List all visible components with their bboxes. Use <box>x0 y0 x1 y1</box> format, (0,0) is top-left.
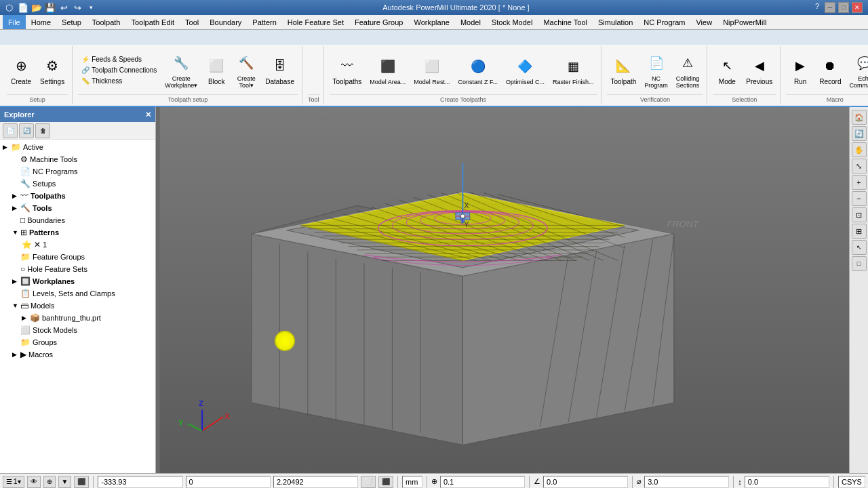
menu-toolpath-edit[interactable]: Toolpath Edit <box>125 15 180 29</box>
raster-btn[interactable]: ▦ Raster Finish... <box>549 52 597 89</box>
tree-machine-tools[interactable]: ⚙ Machine Tools <box>0 153 155 165</box>
view-icons-btn[interactable]: 👁 <box>27 476 41 488</box>
explorer-new-btn[interactable]: 📄 <box>3 123 18 138</box>
angle1-input[interactable]: 0.0 <box>547 478 625 486</box>
thickness-btn[interactable]: 📏 Thickness <box>78 76 160 86</box>
undo-button[interactable]: ↩ <box>58 1 70 14</box>
coord-mode-btn[interactable]: ⬜ <box>361 476 376 488</box>
toolpaths-btn[interactable]: 〰 Toolpaths <box>330 52 366 89</box>
tree-feature-groups[interactable]: 📁 Feature Groups <box>0 251 155 263</box>
view-wireframe-btn[interactable]: ⊡ <box>852 207 867 222</box>
tree-pattern-1[interactable]: ⭐ ✕ 1 <box>0 239 155 251</box>
z-angle-field[interactable]: 0.0 <box>745 476 829 488</box>
tree-workplanes[interactable]: ▶ 🔲 Workplanes <box>0 275 155 287</box>
close-button[interactable]: ✕ <box>852 2 863 13</box>
y-value-input[interactable]: 0 <box>189 478 267 486</box>
tree-levels[interactable]: 📋 Levels, Sets and Clamps <box>0 287 155 300</box>
create-tool-btn[interactable]: 🔨 CreateTool▾ <box>232 50 260 91</box>
z-coord-field[interactable]: 2.20492 <box>273 476 358 488</box>
open-button[interactable]: 📂 <box>31 1 43 14</box>
menu-toolpath[interactable]: Toolpath <box>87 15 126 29</box>
explorer-refresh-btn[interactable]: 🔄 <box>19 123 34 138</box>
angle2-input[interactable]: 3.0 <box>648 478 726 486</box>
block-btn[interactable]: ⬜ Block <box>202 52 231 89</box>
redo-button[interactable]: ↪ <box>71 1 83 14</box>
z-value-input[interactable]: 2.20492 <box>277 478 355 486</box>
angle2-field[interactable]: 3.0 <box>644 476 729 488</box>
tree-patterns[interactable]: ▼ ⊞ Patterns <box>0 226 155 239</box>
model-rest-btn[interactable]: ⬜ Model Rest... <box>410 52 453 89</box>
y-coord-field[interactable]: 0 <box>186 476 271 488</box>
menu-tool[interactable]: Tool <box>180 15 204 29</box>
x-coord-field[interactable]: -333.93 <box>98 476 182 488</box>
menu-boundary[interactable]: Boundary <box>204 15 247 29</box>
menu-view[interactable]: View <box>690 15 717 29</box>
help-icon[interactable]: ? <box>815 2 819 13</box>
menu-machine-tool[interactable]: Machine Tool <box>538 15 593 29</box>
menu-simulation[interactable]: Simulation <box>593 15 638 29</box>
filter-btn[interactable]: ▼ <box>58 476 72 488</box>
layers-btn2[interactable]: ⬛ <box>74 476 89 488</box>
explorer-close-btn[interactable]: ✕ <box>145 110 151 119</box>
menu-file[interactable]: File <box>3 15 26 29</box>
database-btn[interactable]: 🗄 Database <box>262 52 298 89</box>
view-select-btn[interactable]: ↖ <box>852 240 867 255</box>
create-workplane-btn[interactable]: 🔧 CreateWorkplane▾ <box>161 50 201 91</box>
x-value-input[interactable]: -333.93 <box>101 478 179 486</box>
tolerance-input[interactable]: 0.1 <box>443 478 521 486</box>
tree-setups[interactable]: 🔧 Setups <box>0 178 155 190</box>
tree-macros[interactable]: ▶ ▶ Macros <box>0 348 155 361</box>
angle1-field[interactable]: 0.0 <box>543 476 628 488</box>
menu-home[interactable]: Home <box>26 15 56 29</box>
view-shade-btn[interactable]: ⊞ <box>852 224 867 239</box>
z-angle-input[interactable]: 0.0 <box>748 478 826 486</box>
menu-workplane[interactable]: Workplane <box>408 15 454 29</box>
tree-hole-feature-sets[interactable]: ○ Hole Feature Sets <box>0 263 155 275</box>
menu-nc-program[interactable]: NC Program <box>638 15 690 29</box>
feeds-speeds-btn[interactable]: ⚡ Feeds & Speeds <box>78 54 160 64</box>
model-area-btn[interactable]: ⬛ Model Area... <box>366 52 409 89</box>
csys-field[interactable]: CSYS <box>838 476 865 488</box>
view-pan-btn[interactable]: ✋ <box>852 142 867 157</box>
view-zoom-in-btn[interactable]: + <box>852 175 867 190</box>
save-button[interactable]: 💾 <box>44 1 56 14</box>
tree-boundaries[interactable]: □ Boundaries <box>0 214 155 226</box>
explorer-delete-btn[interactable]: 🗑 <box>35 123 50 138</box>
tree-toolpaths[interactable]: ▶ 〰 Toolpaths <box>0 190 155 202</box>
view-zoom-extent-btn[interactable]: ⤡ <box>852 159 867 174</box>
tree-banhtrung[interactable]: ▶ 📦 banhtrung_thu.prt <box>0 312 155 324</box>
menu-pattern[interactable]: Pattern <box>247 15 281 29</box>
snap-btn[interactable]: ⊕ <box>43 476 56 488</box>
maximize-button[interactable]: □ <box>838 2 849 13</box>
tolerance-field[interactable]: 0.1 <box>440 476 525 488</box>
settings-btn[interactable]: ⚙ Settings <box>37 52 68 89</box>
tree-nc-programs[interactable]: 📄 NC Programs <box>0 165 155 178</box>
menu-stock-model[interactable]: Stock Model <box>486 15 538 29</box>
record-btn[interactable]: ⏺ Record <box>816 52 844 89</box>
tree-active[interactable]: ▶ 📁 Active <box>0 141 155 153</box>
unit-field[interactable]: mm <box>402 476 422 488</box>
menu-nip[interactable]: NipPowerMill <box>717 15 772 29</box>
minimize-button[interactable]: ─ <box>825 2 835 13</box>
create-btn[interactable]: ⊕ Create <box>7 52 35 89</box>
constant-z-btn[interactable]: 🔵 Constant Z F... <box>454 52 501 89</box>
toolpath-verify-btn[interactable]: 📐 Toolpath <box>607 52 639 89</box>
previous-btn[interactable]: ◀ Previous <box>743 52 776 89</box>
menu-hole-feature-set[interactable]: Hole Feature Set <box>282 15 349 29</box>
viewport[interactable]: X Y X Z Y FRONT 🏠 🔄 ✋ ⤡ + − ⊡ <box>156 107 868 473</box>
menu-setup[interactable]: Setup <box>56 15 87 29</box>
echo-btn[interactable]: 💬 EchoCommands <box>846 50 868 91</box>
layer-btn[interactable]: ☰ 1 ▾ <box>3 476 24 488</box>
optimised-btn[interactable]: 🔷 Optimised C... <box>502 52 548 89</box>
view-zoom-out-btn[interactable]: − <box>852 191 867 206</box>
nc-program-btn[interactable]: 📄 NCProgram <box>641 50 671 91</box>
mode-btn[interactable]: ↖ Mode <box>713 52 741 89</box>
tree-groups[interactable]: 📁 Groups <box>0 336 155 348</box>
colliding-btn[interactable]: ⚠ CollidingSections <box>673 50 703 91</box>
new-button[interactable]: 📄 <box>17 1 29 14</box>
dropdown-btn[interactable]: ▾ <box>85 1 97 14</box>
run-btn[interactable]: ▶ Run <box>786 52 814 89</box>
coord-mode2-btn[interactable]: ⬛ <box>378 476 393 488</box>
tree-stock-models[interactable]: ⬜ Stock Models <box>0 324 155 336</box>
menu-model[interactable]: Model <box>455 15 486 29</box>
